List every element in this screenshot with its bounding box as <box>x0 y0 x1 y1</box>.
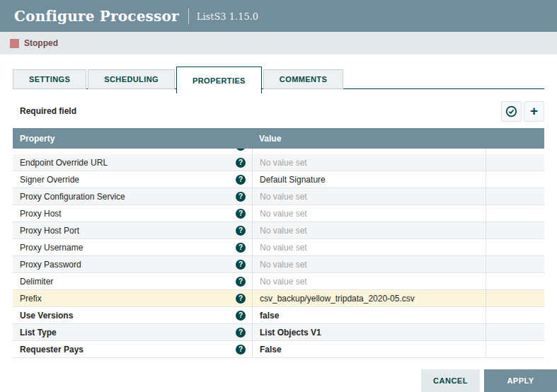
property-name: SSL Context Service <box>20 149 98 151</box>
property-value-cell[interactable]: False <box>253 341 486 357</box>
property-value: No value set <box>260 158 307 168</box>
help-icon[interactable]: ? <box>236 311 246 321</box>
tab-scheduling[interactable]: SCHEDULING <box>88 69 175 89</box>
property-value: False <box>260 345 282 354</box>
property-name: Use Versions <box>20 311 73 321</box>
property-value: csv_backup/yellow_tripdata_2020-05.csv <box>260 294 415 304</box>
row-spacer-cell <box>486 149 544 154</box>
column-header-value: Value <box>253 134 486 144</box>
property-row: List Type?List Objects V1 <box>13 324 544 341</box>
stopped-icon <box>10 39 19 48</box>
row-spacer-cell <box>486 171 544 188</box>
property-name: Proxy Password <box>20 260 81 270</box>
property-value: No value set <box>260 149 307 151</box>
property-value-cell[interactable]: Default Signature <box>253 171 486 188</box>
dialog-title: Configure Processor <box>14 8 179 25</box>
property-row: Proxy Username?No value set <box>13 239 544 256</box>
property-value-cell[interactable]: No value set <box>253 222 486 238</box>
tab-settings[interactable]: SETTINGS <box>13 69 86 89</box>
check-circle-icon <box>505 105 517 117</box>
help-icon[interactable]: ? <box>236 192 246 202</box>
property-name: Requester Pays <box>20 345 84 354</box>
property-value: Default Signature <box>260 175 326 185</box>
property-value-cell[interactable]: List Objects V1 <box>253 324 486 340</box>
apply-button[interactable]: APPLY <box>484 369 557 392</box>
toolbar-buttons: + <box>501 101 544 122</box>
help-icon[interactable]: ? <box>236 345 246 354</box>
property-row: Use Versions?false <box>13 307 544 324</box>
property-value-cell[interactable]: No value set <box>253 154 486 171</box>
table-header: Property Value <box>13 128 544 149</box>
property-name: Proxy Username <box>20 243 83 253</box>
property-value-cell[interactable]: No value set <box>253 188 486 204</box>
property-value-cell[interactable]: No value set <box>253 205 486 221</box>
properties-table: Property Value SSL Context Service?No va… <box>13 128 544 358</box>
property-value: No value set <box>260 260 307 270</box>
row-spacer-cell <box>486 256 544 272</box>
property-row: Signer Override?Default Signature <box>13 171 544 188</box>
property-value: No value set <box>260 243 307 253</box>
tab-bar: SETTINGSSCHEDULINGPROPERTIESCOMMENTS <box>13 67 544 93</box>
property-row: Proxy Host Port?No value set <box>13 222 544 239</box>
row-spacer-cell <box>486 222 544 238</box>
property-name: Proxy Host Port <box>20 226 79 236</box>
row-spacer-cell <box>486 154 544 171</box>
property-row: Requester Pays?False <box>13 341 544 358</box>
dialog-footer: CANCEL APPLY <box>421 369 557 392</box>
property-value: false <box>260 311 279 321</box>
property-row: Proxy Password?No value set <box>13 256 544 273</box>
property-value: No value set <box>260 209 307 219</box>
row-spacer-cell <box>486 188 544 204</box>
help-icon[interactable]: ? <box>236 277 246 287</box>
row-spacer-cell <box>486 324 544 340</box>
property-row: SSL Context Service?No value set <box>13 149 544 154</box>
help-icon[interactable]: ? <box>236 328 246 338</box>
status-bar: Stopped <box>0 32 557 54</box>
property-name: Delimiter <box>20 277 53 287</box>
property-value: No value set <box>260 226 307 236</box>
configure-processor-dialog: Configure Processor ListS3 1.15.0 Stoppe… <box>0 0 557 392</box>
plus-icon: + <box>530 104 538 119</box>
row-spacer-cell <box>486 290 544 306</box>
help-icon[interactable]: ? <box>236 149 246 151</box>
property-value-cell[interactable]: No value set <box>253 273 486 289</box>
property-name: Proxy Configuration Service <box>20 192 125 202</box>
property-row: Proxy Host?No value set <box>13 205 544 222</box>
property-value: List Objects V1 <box>260 328 321 338</box>
row-spacer-cell <box>486 307 544 323</box>
property-value-cell[interactable]: csv_backup/yellow_tripdata_2020-05.csv <box>253 290 486 306</box>
property-name: Prefix <box>20 294 42 304</box>
property-row: Proxy Configuration Service?No value set <box>13 188 544 205</box>
column-header-property: Property <box>13 134 253 144</box>
property-value-cell[interactable]: false <box>253 307 486 323</box>
property-row: Endpoint Override URL?No value set <box>13 154 544 171</box>
row-spacer-cell <box>486 205 544 221</box>
row-spacer-cell <box>486 239 544 255</box>
help-icon[interactable]: ? <box>236 226 246 236</box>
help-icon[interactable]: ? <box>236 260 246 270</box>
property-value-cell[interactable]: No value set <box>253 149 486 154</box>
help-icon[interactable]: ? <box>236 158 246 168</box>
properties-table-body[interactable]: SSL Context Service?No value setEndpoint… <box>13 149 544 358</box>
tab-properties[interactable]: PROPERTIES <box>176 67 262 93</box>
property-value-cell[interactable]: No value set <box>253 256 486 272</box>
property-name: Proxy Host <box>20 209 62 219</box>
status-label: Stopped <box>24 38 58 48</box>
properties-toolbar: Required field + <box>13 100 544 122</box>
verify-properties-button[interactable] <box>501 101 522 122</box>
help-icon[interactable]: ? <box>236 294 246 304</box>
property-name: List Type <box>20 328 57 338</box>
property-value-cell[interactable]: No value set <box>253 239 486 255</box>
dialog-header: Configure Processor ListS3 1.15.0 <box>0 0 557 32</box>
dialog-content: SETTINGSSCHEDULINGPROPERTIESCOMMENTS Req… <box>0 54 557 358</box>
help-icon[interactable]: ? <box>236 175 246 185</box>
property-row: Delimiter?No value set <box>13 273 544 290</box>
tab-comments[interactable]: COMMENTS <box>263 69 343 89</box>
property-name: Signer Override <box>20 175 79 185</box>
cancel-button[interactable]: CANCEL <box>421 369 480 392</box>
new-property-button[interactable]: + <box>524 101 544 122</box>
property-value: No value set <box>260 192 307 202</box>
help-icon[interactable]: ? <box>236 243 246 253</box>
help-icon[interactable]: ? <box>236 209 246 219</box>
required-field-label: Required field <box>13 106 76 116</box>
